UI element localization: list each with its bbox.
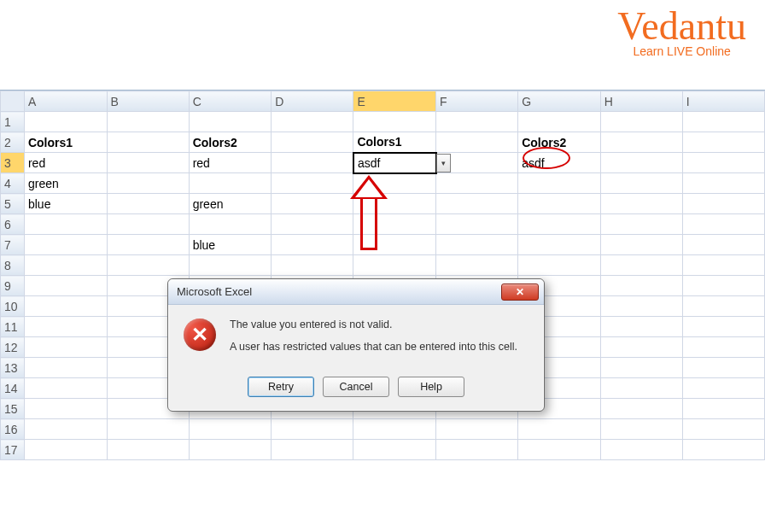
close-button[interactable]: ✕ [501,284,539,301]
help-button[interactable]: Help [398,377,464,397]
cell-F17[interactable] [436,440,518,460]
cell-C16[interactable] [189,419,272,440]
cell-E3[interactable]: asdf▾ [353,153,436,173]
row-header-5[interactable]: 5 [1,194,25,214]
cell-B17[interactable] [107,440,189,460]
cell-E17[interactable] [353,440,436,460]
col-header-E[interactable]: E [353,91,436,112]
cell-E2[interactable]: Colors1 [353,132,436,153]
cell-F4[interactable] [436,173,518,194]
cell-I8[interactable] [682,255,764,276]
cell-A1[interactable] [24,112,107,132]
cell-G3[interactable]: asdf [518,153,601,173]
row-header-6[interactable]: 6 [1,214,25,235]
cell-B7[interactable] [107,235,189,255]
cell-E8[interactable] [353,255,436,276]
cell-I17[interactable] [682,440,764,460]
row-header-3[interactable]: 3 [1,153,25,173]
cell-C4[interactable] [189,173,272,194]
cell-C2[interactable]: Colors2 [189,132,272,153]
retry-button[interactable]: Retry [248,377,314,397]
cell-G8[interactable] [518,255,601,276]
cell-I16[interactable] [682,419,764,440]
col-header-A[interactable]: A [24,91,107,112]
cell-H2[interactable] [600,132,682,153]
cell-H12[interactable] [600,337,682,358]
cell-H15[interactable] [600,399,682,419]
cell-G16[interactable] [518,419,601,440]
row-header-9[interactable]: 9 [1,276,25,296]
row-header-15[interactable]: 15 [1,399,25,419]
cell-C1[interactable] [189,112,272,132]
row-header-7[interactable]: 7 [1,235,25,255]
cell-H9[interactable] [600,276,682,296]
cell-F6[interactable] [436,214,518,235]
cell-G4[interactable] [518,173,601,194]
cell-I12[interactable] [682,337,764,358]
cell-B3[interactable] [107,153,189,173]
cell-H10[interactable] [600,296,682,317]
cell-D7[interactable] [272,235,353,255]
cell-I15[interactable] [682,399,764,419]
cell-E6[interactable] [353,214,436,235]
cell-G1[interactable] [518,112,601,132]
cell-A17[interactable] [24,440,107,460]
cell-I13[interactable] [682,358,764,378]
cell-G2[interactable]: Colors2 [518,132,601,153]
row-header-12[interactable]: 12 [1,337,25,358]
cell-I6[interactable] [682,214,764,235]
cell-I9[interactable] [682,276,764,296]
cell-B5[interactable] [107,194,189,214]
cell-H7[interactable] [600,235,682,255]
cancel-button[interactable]: Cancel [323,377,389,397]
cell-B4[interactable] [107,173,189,194]
cell-I3[interactable] [682,153,764,173]
cell-E4[interactable] [353,173,436,194]
row-header-2[interactable]: 2 [1,132,25,153]
cell-D16[interactable] [272,419,353,440]
cell-C5[interactable]: green [189,194,272,214]
cell-D1[interactable] [272,112,353,132]
cell-C3[interactable]: red [189,153,272,173]
cell-A12[interactable] [24,337,107,358]
cell-B16[interactable] [107,419,189,440]
cell-H11[interactable] [600,317,682,337]
col-header-H[interactable]: H [600,91,682,112]
row-header-13[interactable]: 13 [1,358,25,378]
col-header-B[interactable]: B [107,91,189,112]
col-header-C[interactable]: C [189,91,272,112]
col-header-I[interactable]: I [682,91,764,112]
row-header-17[interactable]: 17 [1,440,25,460]
cell-I4[interactable] [682,173,764,194]
cell-F7[interactable] [436,235,518,255]
cell-E7[interactable] [353,235,436,255]
cell-A10[interactable] [24,296,107,317]
cell-H14[interactable] [600,378,682,399]
cell-H1[interactable] [600,112,682,132]
cell-H3[interactable] [600,153,682,173]
cell-D2[interactable] [272,132,353,153]
cell-E16[interactable] [353,419,436,440]
cell-D3[interactable] [272,153,353,173]
cell-A9[interactable] [24,276,107,296]
cell-I5[interactable] [682,194,764,214]
cell-B1[interactable] [107,112,189,132]
row-header-16[interactable]: 16 [1,419,25,440]
cell-C17[interactable] [189,440,272,460]
row-header-1[interactable]: 1 [1,112,25,132]
cell-C6[interactable] [189,214,272,235]
col-header-F[interactable]: F [436,91,518,112]
cell-F8[interactable] [436,255,518,276]
cell-A16[interactable] [24,419,107,440]
cell-I11[interactable] [682,317,764,337]
cell-G6[interactable] [518,214,601,235]
cell-H13[interactable] [600,358,682,378]
cell-E1[interactable] [353,112,436,132]
cell-A5[interactable]: blue [24,194,107,214]
cell-D8[interactable] [272,255,353,276]
cell-F1[interactable] [436,112,518,132]
col-header-D[interactable]: D [272,91,353,112]
row-header-8[interactable]: 8 [1,255,25,276]
cell-D4[interactable] [272,173,353,194]
cell-C7[interactable]: blue [189,235,272,255]
